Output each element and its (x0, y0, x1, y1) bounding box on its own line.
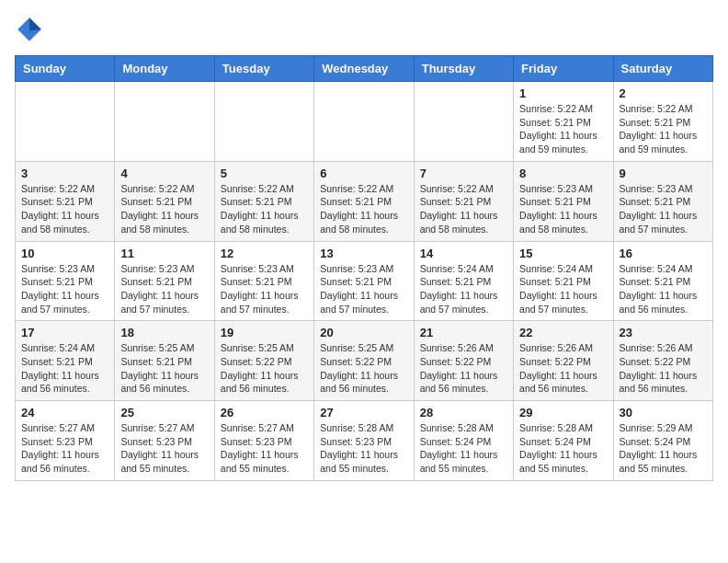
day-number: 8 (519, 167, 607, 180)
day-info: Sunrise: 5:28 AMSunset: 5:23 PMDaylight:… (320, 421, 407, 476)
calendar-cell: 12Sunrise: 5:23 AMSunset: 5:21 PMDayligh… (214, 241, 313, 321)
calendar-cell: 25Sunrise: 5:27 AMSunset: 5:23 PMDayligh… (115, 401, 214, 481)
day-number: 6 (320, 167, 407, 180)
day-info: Sunrise: 5:27 AMSunset: 5:23 PMDaylight:… (221, 421, 308, 476)
calendar-cell: 17Sunrise: 5:24 AMSunset: 5:21 PMDayligh… (16, 321, 115, 401)
day-info: Sunrise: 5:22 AMSunset: 5:21 PMDaylight:… (519, 102, 607, 156)
calendar-cell: 10Sunrise: 5:23 AMSunset: 5:21 PMDayligh… (16, 241, 115, 321)
calendar-cell: 30Sunrise: 5:29 AMSunset: 5:24 PMDayligh… (613, 401, 712, 481)
day-number: 14 (420, 247, 507, 260)
day-number: 30 (620, 406, 707, 419)
calendar-table: SundayMondayTuesdayWednesdayThursdayFrid… (15, 55, 713, 481)
svg-marker-1 (29, 17, 41, 30)
calendar-cell: 29Sunrise: 5:28 AMSunset: 5:24 PMDayligh… (514, 401, 613, 481)
day-info: Sunrise: 5:25 AMSunset: 5:22 PMDaylight:… (221, 341, 308, 396)
calendar-cell: 19Sunrise: 5:25 AMSunset: 5:22 PMDayligh… (214, 321, 313, 401)
logo-icon (15, 15, 44, 44)
calendar-cell: 5Sunrise: 5:22 AMSunset: 5:21 PMDaylight… (214, 161, 313, 241)
calendar-cell (16, 82, 115, 162)
calendar-cell: 1Sunrise: 5:22 AMSunset: 5:21 PMDaylight… (514, 82, 613, 162)
day-number: 11 (120, 247, 208, 260)
calendar-cell: 9Sunrise: 5:23 AMSunset: 5:21 PMDaylight… (613, 161, 712, 241)
calendar-cell: 26Sunrise: 5:27 AMSunset: 5:23 PMDayligh… (214, 401, 313, 481)
day-number: 22 (519, 326, 607, 339)
calendar-cell: 7Sunrise: 5:22 AMSunset: 5:21 PMDaylight… (414, 161, 513, 241)
weekday-header-monday: Monday (115, 56, 214, 82)
calendar-cell: 24Sunrise: 5:27 AMSunset: 5:23 PMDayligh… (16, 401, 115, 481)
day-info: Sunrise: 5:23 AMSunset: 5:21 PMDaylight:… (320, 262, 407, 316)
calendar-week-row: 24Sunrise: 5:27 AMSunset: 5:23 PMDayligh… (16, 401, 713, 481)
weekday-header-thursday: Thursday (414, 56, 513, 82)
day-number: 13 (320, 247, 407, 260)
calendar-week-row: 17Sunrise: 5:24 AMSunset: 5:21 PMDayligh… (16, 321, 713, 401)
day-info: Sunrise: 5:23 AMSunset: 5:21 PMDaylight:… (120, 262, 208, 316)
weekday-header-wednesday: Wednesday (314, 56, 414, 82)
day-info: Sunrise: 5:25 AMSunset: 5:21 PMDaylight:… (120, 341, 208, 396)
day-number: 25 (120, 406, 208, 419)
day-number: 1 (519, 86, 607, 100)
calendar-cell: 16Sunrise: 5:24 AMSunset: 5:21 PMDayligh… (613, 241, 712, 321)
logo (15, 15, 48, 44)
day-info: Sunrise: 5:23 AMSunset: 5:21 PMDaylight:… (519, 182, 607, 236)
day-number: 16 (620, 247, 707, 260)
day-info: Sunrise: 5:22 AMSunset: 5:21 PMDaylight:… (21, 182, 108, 236)
day-info: Sunrise: 5:23 AMSunset: 5:21 PMDaylight:… (21, 262, 108, 316)
day-info: Sunrise: 5:27 AMSunset: 5:23 PMDaylight:… (21, 421, 108, 476)
calendar-cell: 23Sunrise: 5:26 AMSunset: 5:22 PMDayligh… (613, 321, 712, 401)
day-number: 28 (420, 406, 507, 419)
day-info: Sunrise: 5:23 AMSunset: 5:21 PMDaylight:… (620, 182, 707, 236)
day-info: Sunrise: 5:28 AMSunset: 5:24 PMDaylight:… (519, 421, 607, 476)
calendar-week-row: 10Sunrise: 5:23 AMSunset: 5:21 PMDayligh… (16, 241, 713, 321)
day-info: Sunrise: 5:24 AMSunset: 5:21 PMDaylight:… (620, 262, 707, 316)
calendar-cell (115, 82, 214, 162)
calendar-cell: 20Sunrise: 5:25 AMSunset: 5:22 PMDayligh… (314, 321, 414, 401)
day-number: 21 (420, 326, 507, 339)
calendar-cell: 2Sunrise: 5:22 AMSunset: 5:21 PMDaylight… (613, 82, 712, 162)
day-number: 15 (519, 247, 607, 260)
calendar-week-row: 1Sunrise: 5:22 AMSunset: 5:21 PMDaylight… (16, 82, 713, 162)
day-number: 4 (120, 167, 208, 180)
weekday-header-friday: Friday (514, 56, 613, 82)
calendar-cell: 4Sunrise: 5:22 AMSunset: 5:21 PMDaylight… (115, 161, 214, 241)
day-info: Sunrise: 5:26 AMSunset: 5:22 PMDaylight:… (420, 341, 507, 396)
day-number: 2 (620, 86, 707, 100)
day-info: Sunrise: 5:22 AMSunset: 5:21 PMDaylight:… (320, 182, 407, 236)
calendar-cell (214, 82, 313, 162)
day-number: 19 (221, 326, 308, 339)
weekday-header-saturday: Saturday (613, 56, 712, 82)
calendar-cell: 3Sunrise: 5:22 AMSunset: 5:21 PMDaylight… (16, 161, 115, 241)
day-info: Sunrise: 5:22 AMSunset: 5:21 PMDaylight:… (620, 102, 707, 156)
day-number: 24 (21, 406, 108, 419)
day-info: Sunrise: 5:24 AMSunset: 5:21 PMDaylight:… (519, 262, 607, 316)
day-info: Sunrise: 5:24 AMSunset: 5:21 PMDaylight:… (420, 262, 507, 316)
day-number: 18 (120, 326, 208, 339)
day-info: Sunrise: 5:28 AMSunset: 5:24 PMDaylight:… (420, 421, 507, 476)
day-number: 27 (320, 406, 407, 419)
day-info: Sunrise: 5:22 AMSunset: 5:21 PMDaylight:… (120, 182, 208, 236)
day-info: Sunrise: 5:22 AMSunset: 5:21 PMDaylight:… (420, 182, 507, 236)
day-number: 26 (221, 406, 308, 419)
day-number: 5 (221, 167, 308, 180)
day-number: 3 (21, 167, 108, 180)
day-info: Sunrise: 5:22 AMSunset: 5:21 PMDaylight:… (221, 182, 308, 236)
day-info: Sunrise: 5:27 AMSunset: 5:23 PMDaylight:… (120, 421, 208, 476)
day-number: 7 (420, 167, 507, 180)
calendar-cell: 6Sunrise: 5:22 AMSunset: 5:21 PMDaylight… (314, 161, 414, 241)
calendar-cell (414, 82, 513, 162)
calendar-cell: 28Sunrise: 5:28 AMSunset: 5:24 PMDayligh… (414, 401, 513, 481)
calendar-cell: 27Sunrise: 5:28 AMSunset: 5:23 PMDayligh… (314, 401, 414, 481)
weekday-header-sunday: Sunday (16, 56, 115, 82)
calendar-cell: 13Sunrise: 5:23 AMSunset: 5:21 PMDayligh… (314, 241, 414, 321)
day-info: Sunrise: 5:26 AMSunset: 5:22 PMDaylight:… (519, 341, 607, 396)
calendar-cell: 15Sunrise: 5:24 AMSunset: 5:21 PMDayligh… (514, 241, 613, 321)
day-number: 12 (221, 247, 308, 260)
day-info: Sunrise: 5:26 AMSunset: 5:22 PMDaylight:… (620, 341, 707, 396)
weekday-header-tuesday: Tuesday (214, 56, 313, 82)
calendar-cell: 18Sunrise: 5:25 AMSunset: 5:21 PMDayligh… (115, 321, 214, 401)
day-number: 17 (21, 326, 108, 339)
calendar-cell (314, 82, 414, 162)
page-header (15, 15, 713, 44)
day-info: Sunrise: 5:25 AMSunset: 5:22 PMDaylight:… (320, 341, 407, 396)
day-info: Sunrise: 5:24 AMSunset: 5:21 PMDaylight:… (21, 341, 108, 396)
day-number: 10 (21, 247, 108, 260)
